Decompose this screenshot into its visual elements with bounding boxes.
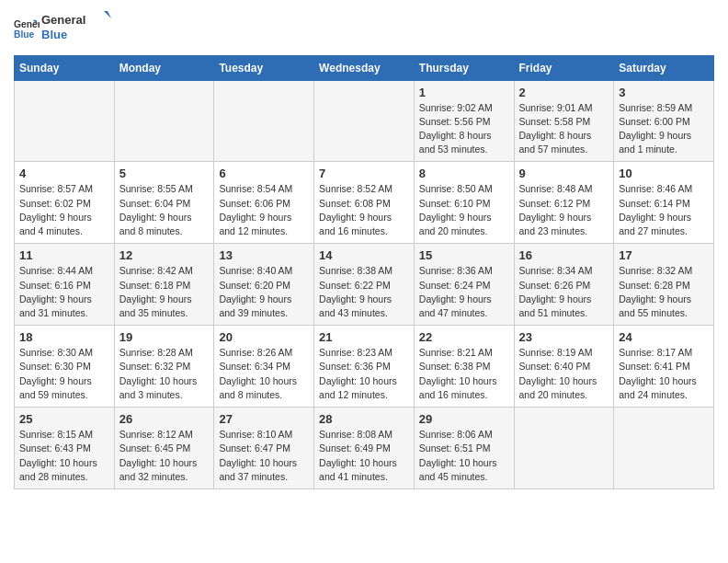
svg-text:General: General: [41, 13, 85, 27]
day-number: 16: [519, 248, 609, 262]
calendar-cell: 9Sunrise: 8:48 AM Sunset: 6:12 PM Daylig…: [514, 162, 614, 244]
day-number: 23: [519, 330, 609, 344]
calendar-week-row: 25Sunrise: 8:15 AM Sunset: 6:43 PM Dayli…: [15, 408, 714, 489]
svg-marker-5: [104, 11, 111, 18]
calendar-header-row: SundayMondayTuesdayWednesdayThursdayFrid…: [15, 55, 714, 80]
header-cell-saturday: Saturday: [614, 55, 714, 80]
calendar-cell: 18Sunrise: 8:30 AM Sunset: 6:30 PM Dayli…: [15, 326, 115, 408]
day-number: 11: [19, 248, 109, 262]
day-number: 9: [519, 167, 609, 180]
calendar-cell: 12Sunrise: 8:42 AM Sunset: 6:18 PM Dayli…: [114, 244, 214, 326]
day-info: Sunrise: 8:50 AM Sunset: 6:10 PM Dayligh…: [419, 182, 509, 238]
calendar-cell: 7Sunrise: 8:52 AM Sunset: 6:08 PM Daylig…: [314, 162, 415, 244]
day-number: 2: [519, 86, 609, 99]
day-info: Sunrise: 9:02 AM Sunset: 5:56 PM Dayligh…: [419, 101, 509, 157]
calendar-cell: [214, 80, 314, 162]
day-info: Sunrise: 8:30 AM Sunset: 6:30 PM Dayligh…: [19, 346, 109, 402]
day-info: Sunrise: 8:36 AM Sunset: 6:24 PM Dayligh…: [419, 264, 509, 320]
calendar-cell: 1Sunrise: 9:02 AM Sunset: 5:56 PM Daylig…: [414, 80, 514, 162]
day-info: Sunrise: 8:52 AM Sunset: 6:08 PM Dayligh…: [319, 182, 409, 238]
logo: General Blue General Blue: [14, 9, 115, 48]
calendar-cell: 13Sunrise: 8:40 AM Sunset: 6:20 PM Dayli…: [214, 244, 314, 326]
day-info: Sunrise: 8:59 AM Sunset: 6:00 PM Dayligh…: [619, 101, 709, 157]
calendar-cell: 10Sunrise: 8:46 AM Sunset: 6:14 PM Dayli…: [614, 162, 714, 244]
calendar-cell: 24Sunrise: 8:17 AM Sunset: 6:41 PM Dayli…: [614, 326, 714, 408]
day-info: Sunrise: 8:15 AM Sunset: 6:43 PM Dayligh…: [19, 428, 109, 484]
calendar-week-row: 4Sunrise: 8:57 AM Sunset: 6:02 PM Daylig…: [15, 162, 714, 244]
calendar-cell: [614, 408, 714, 489]
day-number: 21: [319, 330, 409, 344]
calendar-week-row: 1Sunrise: 9:02 AM Sunset: 5:56 PM Daylig…: [15, 80, 714, 162]
logo-icon: General Blue: [14, 16, 40, 41]
day-number: 17: [619, 248, 709, 262]
day-number: 28: [319, 412, 409, 426]
day-number: 1: [419, 86, 509, 99]
day-number: 15: [419, 248, 509, 262]
header-cell-friday: Friday: [514, 55, 614, 80]
day-number: 27: [219, 412, 309, 426]
day-number: 3: [619, 86, 709, 99]
day-info: Sunrise: 8:23 AM Sunset: 6:36 PM Dayligh…: [319, 346, 409, 402]
header-cell-sunday: Sunday: [15, 55, 115, 80]
day-number: 13: [219, 248, 309, 262]
day-number: 24: [619, 330, 709, 344]
day-info: Sunrise: 8:42 AM Sunset: 6:18 PM Dayligh…: [119, 264, 210, 320]
calendar-cell: 6Sunrise: 8:54 AM Sunset: 6:06 PM Daylig…: [214, 162, 314, 244]
day-info: Sunrise: 8:28 AM Sunset: 6:32 PM Dayligh…: [119, 346, 210, 402]
day-number: 12: [119, 248, 210, 262]
svg-text:Blue: Blue: [14, 29, 35, 40]
calendar-cell: [114, 80, 214, 162]
calendar-cell: 11Sunrise: 8:44 AM Sunset: 6:16 PM Dayli…: [15, 244, 115, 326]
day-number: 7: [319, 167, 409, 180]
calendar-cell: 16Sunrise: 8:34 AM Sunset: 6:26 PM Dayli…: [514, 244, 614, 326]
calendar-cell: [514, 408, 614, 489]
header-cell-thursday: Thursday: [414, 55, 514, 80]
day-info: Sunrise: 8:48 AM Sunset: 6:12 PM Dayligh…: [519, 182, 609, 238]
calendar-cell: 28Sunrise: 8:08 AM Sunset: 6:49 PM Dayli…: [314, 408, 415, 489]
calendar-cell: 17Sunrise: 8:32 AM Sunset: 6:28 PM Dayli…: [614, 244, 714, 326]
day-info: Sunrise: 8:32 AM Sunset: 6:28 PM Dayligh…: [619, 264, 709, 320]
day-info: Sunrise: 8:44 AM Sunset: 6:16 PM Dayligh…: [19, 264, 109, 320]
day-number: 5: [119, 167, 210, 180]
day-info: Sunrise: 8:19 AM Sunset: 6:40 PM Dayligh…: [519, 346, 609, 402]
day-info: Sunrise: 8:17 AM Sunset: 6:41 PM Dayligh…: [619, 346, 709, 402]
day-info: Sunrise: 8:10 AM Sunset: 6:47 PM Dayligh…: [219, 428, 309, 484]
calendar-cell: 8Sunrise: 8:50 AM Sunset: 6:10 PM Daylig…: [414, 162, 514, 244]
day-info: Sunrise: 8:26 AM Sunset: 6:34 PM Dayligh…: [219, 346, 309, 402]
day-info: Sunrise: 8:46 AM Sunset: 6:14 PM Dayligh…: [619, 182, 709, 238]
day-number: 8: [419, 167, 509, 180]
calendar-cell: 22Sunrise: 8:21 AM Sunset: 6:38 PM Dayli…: [414, 326, 514, 408]
calendar-cell: 19Sunrise: 8:28 AM Sunset: 6:32 PM Dayli…: [114, 326, 214, 408]
calendar-cell: 3Sunrise: 8:59 AM Sunset: 6:00 PM Daylig…: [614, 80, 714, 162]
day-number: 25: [19, 412, 109, 426]
calendar-week-row: 11Sunrise: 8:44 AM Sunset: 6:16 PM Dayli…: [15, 244, 714, 326]
calendar-cell: [314, 80, 415, 162]
day-number: 18: [19, 330, 109, 344]
calendar-cell: 14Sunrise: 8:38 AM Sunset: 6:22 PM Dayli…: [314, 244, 415, 326]
calendar-cell: 4Sunrise: 8:57 AM Sunset: 6:02 PM Daylig…: [15, 162, 115, 244]
calendar-cell: 23Sunrise: 8:19 AM Sunset: 6:40 PM Dayli…: [514, 326, 614, 408]
day-number: 26: [119, 412, 210, 426]
logo-text: General Blue: [41, 9, 115, 48]
calendar-cell: 15Sunrise: 8:36 AM Sunset: 6:24 PM Dayli…: [414, 244, 514, 326]
day-info: Sunrise: 8:12 AM Sunset: 6:45 PM Dayligh…: [119, 428, 210, 484]
header-cell-tuesday: Tuesday: [214, 55, 314, 80]
day-number: 10: [619, 167, 709, 180]
calendar-cell: 2Sunrise: 9:01 AM Sunset: 5:58 PM Daylig…: [514, 80, 614, 162]
header-cell-wednesday: Wednesday: [314, 55, 415, 80]
header: General Blue General Blue: [14, 9, 714, 48]
calendar-cell: 25Sunrise: 8:15 AM Sunset: 6:43 PM Dayli…: [15, 408, 115, 489]
calendar-cell: 5Sunrise: 8:55 AM Sunset: 6:04 PM Daylig…: [114, 162, 214, 244]
day-number: 14: [319, 248, 409, 262]
calendar-cell: [15, 80, 115, 162]
day-info: Sunrise: 8:54 AM Sunset: 6:06 PM Dayligh…: [219, 182, 309, 238]
calendar-cell: 26Sunrise: 8:12 AM Sunset: 6:45 PM Dayli…: [114, 408, 214, 489]
day-info: Sunrise: 8:57 AM Sunset: 6:02 PM Dayligh…: [19, 182, 109, 238]
calendar-table: SundayMondayTuesdayWednesdayThursdayFrid…: [14, 55, 714, 489]
day-number: 4: [19, 167, 109, 180]
day-info: Sunrise: 8:21 AM Sunset: 6:38 PM Dayligh…: [419, 346, 509, 402]
day-info: Sunrise: 8:08 AM Sunset: 6:49 PM Dayligh…: [319, 428, 409, 484]
day-info: Sunrise: 8:40 AM Sunset: 6:20 PM Dayligh…: [219, 264, 309, 320]
calendar-cell: 20Sunrise: 8:26 AM Sunset: 6:34 PM Dayli…: [214, 326, 314, 408]
day-info: Sunrise: 8:38 AM Sunset: 6:22 PM Dayligh…: [319, 264, 409, 320]
